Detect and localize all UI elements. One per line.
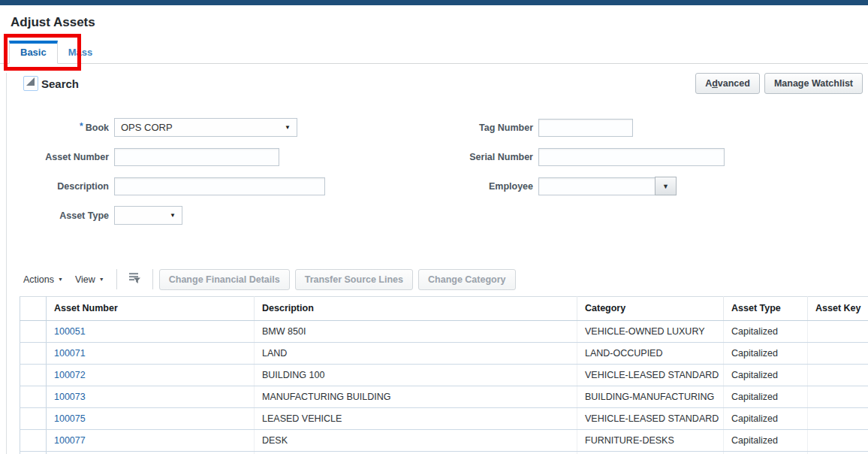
- book-select[interactable]: OPS CORP ▼: [114, 118, 297, 137]
- field-row-serial-number: Serial Number: [449, 147, 868, 166]
- employee-combobox: ▼: [538, 177, 677, 195]
- transfer-source-lines-button[interactable]: Transfer Source Lines: [295, 269, 413, 290]
- employee-input[interactable]: [538, 177, 656, 195]
- header-row: Asset Number Description Category Asset …: [20, 297, 868, 321]
- employee-dropdown-button[interactable]: ▼: [655, 177, 677, 195]
- category-cell: BUILDING-MANUFACTURING: [577, 386, 724, 408]
- required-marker: *: [80, 121, 83, 132]
- asset-key-cell: [808, 430, 868, 452]
- description-cell: BMW 850I: [255, 321, 577, 343]
- actions-menu[interactable]: Actions ▼: [17, 270, 69, 289]
- asset-type-cell: Capitalized: [724, 430, 808, 452]
- search-section-title: Search: [41, 77, 79, 90]
- asset-type-cell: Capitalized: [724, 365, 808, 386]
- row-selector-cell[interactable]: [20, 343, 47, 365]
- asset-number-link[interactable]: 100073: [54, 392, 86, 402]
- row-selector-cell[interactable]: [20, 430, 47, 452]
- toolbar-buttons: Change Financial Details Transfer Source…: [159, 269, 516, 290]
- view-menu-label: View: [75, 274, 95, 285]
- toolbar-separator: [152, 269, 153, 289]
- column-header-asset-type[interactable]: Asset Type: [724, 297, 808, 321]
- asset-type-select[interactable]: ▼: [114, 206, 182, 225]
- query-by-example-button[interactable]: [123, 268, 146, 290]
- chevron-down-icon: ▼: [99, 277, 104, 282]
- actions-menu-label: Actions: [23, 274, 54, 285]
- asset-key-cell: [808, 386, 868, 408]
- table-row: 100071 LAND LAND-OCCUPIED Capitalized: [20, 343, 868, 365]
- serial-number-label: Serial Number: [449, 152, 533, 162]
- asset-number-link[interactable]: 100072: [54, 370, 86, 380]
- advanced-label-pre: A: [705, 78, 712, 89]
- category-cell: LAND-OCCUPIED: [577, 343, 724, 365]
- change-category-button[interactable]: Change Category: [418, 269, 516, 290]
- asset-number-label: Asset Number: [10, 152, 109, 162]
- column-header-category[interactable]: Category: [577, 297, 724, 321]
- collapse-search-button[interactable]: [23, 76, 38, 91]
- column-header-asset-key[interactable]: Asset Key: [808, 297, 868, 321]
- column-header-description[interactable]: Description: [255, 297, 577, 321]
- asset-type-cell: Capitalized: [724, 321, 808, 343]
- asset-number-link[interactable]: 100077: [54, 435, 86, 446]
- asset-type-cell: Capitalized: [724, 408, 808, 430]
- assets-table-header: Asset Number Description Category Asset …: [20, 297, 868, 321]
- category-cell: VEHICLE-LEASED STANDARD: [577, 365, 724, 386]
- row-selector-cell[interactable]: [20, 365, 47, 386]
- disclosure-triangle-icon: [26, 77, 36, 90]
- field-row-description: Description: [10, 177, 449, 195]
- top-brand-bar: [0, 0, 868, 5]
- asset-number-link[interactable]: 100071: [54, 348, 86, 359]
- table-row-partial: [20, 452, 868, 454]
- asset-key-cell: [808, 343, 868, 365]
- advanced-label-accesskey: d: [712, 78, 718, 89]
- search-header-buttons: Advanced Manage Watchlist: [695, 73, 863, 94]
- assets-table: Asset Number Description Category Asset …: [20, 296, 868, 454]
- asset-number-link[interactable]: 100075: [54, 413, 86, 424]
- book-label: *Book: [10, 123, 109, 133]
- description-cell: LAND: [255, 343, 577, 365]
- asset-type-cell: Capitalized: [724, 343, 808, 365]
- description-label: Description: [10, 181, 109, 192]
- chevron-down-icon: ▼: [170, 212, 176, 219]
- tag-number-input[interactable]: [538, 119, 633, 137]
- asset-number-link[interactable]: 100051: [54, 326, 86, 337]
- chevron-down-icon: ▼: [662, 183, 669, 190]
- advanced-label-post: vanced: [718, 78, 750, 89]
- asset-key-cell: [808, 408, 868, 430]
- empty-cell: [577, 452, 724, 454]
- tag-number-label: Tag Number: [449, 123, 533, 133]
- chevron-down-icon: ▼: [285, 124, 291, 131]
- row-selector-cell[interactable]: [20, 321, 47, 343]
- table-row: 100077 DESK FURNITURE-DESKS Capitalized: [20, 430, 868, 452]
- empty-cell: [255, 452, 577, 454]
- tab-mass[interactable]: Mass: [58, 41, 104, 63]
- tab-bar: Basic Mass: [0, 41, 868, 64]
- serial-number-input[interactable]: [538, 148, 725, 166]
- chevron-down-icon: ▼: [58, 277, 63, 282]
- view-menu[interactable]: View ▼: [69, 270, 110, 289]
- description-cell: MANUFACTURING BUILDING: [255, 386, 577, 408]
- search-form: *Book OPS CORP ▼ Asset Number Descriptio…: [10, 118, 868, 235]
- basic-tab-content: Search Advanced Manage Watchlist *Book O…: [6, 73, 868, 454]
- employee-label: Employee: [449, 181, 533, 192]
- manage-watchlist-button[interactable]: Manage Watchlist: [764, 73, 863, 94]
- row-selector-cell[interactable]: [20, 452, 47, 454]
- table-row: 100072 BUILDING 100 VEHICLE-LEASED STAND…: [20, 365, 868, 386]
- empty-cell: [47, 452, 255, 454]
- select-all-header-cell: [20, 297, 47, 321]
- row-selector-cell[interactable]: [20, 386, 47, 408]
- description-cell: BUILDING 100: [255, 365, 577, 386]
- search-header: Search Advanced Manage Watchlist: [10, 73, 868, 94]
- field-row-asset-number: Asset Number: [10, 147, 449, 166]
- asset-number-input[interactable]: [114, 148, 279, 166]
- description-input[interactable]: [114, 177, 325, 195]
- tab-basic[interactable]: Basic: [9, 41, 58, 64]
- category-cell: VEHICLE-OWNED LUXURY: [577, 321, 724, 343]
- row-selector-cell[interactable]: [20, 408, 47, 430]
- advanced-button[interactable]: Advanced: [695, 73, 760, 94]
- table-row: 100073 MANUFACTURING BUILDING BUILDING-M…: [20, 386, 868, 408]
- empty-cell: [808, 452, 868, 454]
- table-row: 100075 LEASED VEHICLE VEHICLE-LEASED STA…: [20, 408, 868, 430]
- column-header-asset-number[interactable]: Asset Number: [47, 297, 255, 321]
- description-cell: DESK: [255, 430, 577, 452]
- change-financial-details-button[interactable]: Change Financial Details: [159, 269, 290, 290]
